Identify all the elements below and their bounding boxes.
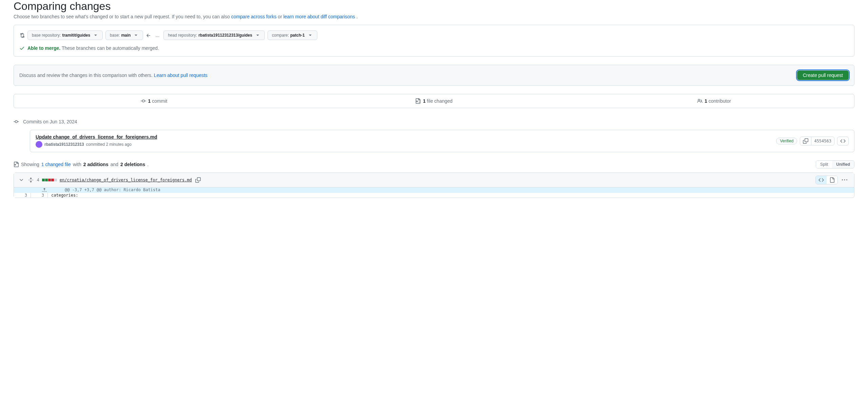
- arrow-left-icon: [146, 32, 151, 38]
- stats-bar: 1 commit 1 file changed 1 contributor: [14, 94, 854, 108]
- commits-date-text: Commits on Jun 13, 2024: [23, 119, 77, 124]
- showing-text: Showing: [21, 162, 39, 167]
- files-label: file changed: [426, 98, 452, 104]
- sha-link[interactable]: 4554563: [811, 137, 834, 145]
- diff-square-add: [42, 179, 45, 181]
- chevron-down-icon: [19, 177, 24, 183]
- copy-icon: [803, 138, 808, 144]
- commits-label: commit: [151, 98, 167, 104]
- commit-time: committed 2 minutes ago: [86, 142, 132, 147]
- commit-icon: [14, 119, 19, 124]
- learn-pr-link[interactable]: Learn about pull requests: [154, 73, 208, 78]
- and-text: and: [111, 162, 118, 167]
- caret-down-icon: [93, 33, 98, 38]
- file-icon: [829, 177, 835, 183]
- file-diff: 4 en/croatia/change_of_drivers_license_f…: [14, 173, 854, 198]
- contributors-count: 1: [705, 98, 707, 104]
- unified-view-button[interactable]: Unified: [832, 161, 854, 168]
- diff-content: @@ -3,7 +3,7 @@ author: Ricardo Batista …: [14, 187, 854, 198]
- base-repo-value: tramitit/guides: [62, 33, 90, 38]
- learn-more-link[interactable]: learn more about diff comparisons: [283, 14, 355, 19]
- file-path[interactable]: en/croatia/change_of_drivers_license_for…: [60, 178, 192, 182]
- copy-path-button[interactable]: [195, 177, 201, 183]
- split-view-button[interactable]: Split: [816, 161, 832, 168]
- sha-group: 4554563: [800, 137, 834, 145]
- check-icon: [19, 45, 25, 51]
- file-diff-icon: [415, 98, 421, 104]
- merge-status: Able to merge. These branches can be aut…: [19, 45, 849, 51]
- expand-up-button[interactable]: [27, 187, 61, 193]
- caret-down-icon: [255, 33, 260, 38]
- diff-view-toggle: [815, 176, 838, 184]
- line-content: categories:: [48, 193, 854, 198]
- avatar[interactable]: [36, 141, 42, 148]
- page-subtitle: Choose two branches to see what's change…: [14, 14, 854, 19]
- fold-up-icon: [42, 187, 47, 193]
- base-repo-selector[interactable]: base repository: tramitit/guides: [27, 31, 103, 40]
- diff-square-add: [45, 179, 48, 181]
- hunk-header: @@ -3,7 +3,7 @@ author: Ricardo Batista: [14, 187, 854, 193]
- expand-all-button[interactable]: [27, 177, 34, 183]
- rich-diff-button[interactable]: [827, 176, 837, 184]
- file-diff-icon: [14, 162, 19, 167]
- contributors-stat[interactable]: 1 contributor: [574, 94, 854, 108]
- compare-label: compare:: [272, 33, 289, 38]
- file-header-left: 4 en/croatia/change_of_drivers_license_f…: [18, 177, 201, 183]
- head-repo-selector[interactable]: head repository: rbatista19112312313/gui…: [163, 31, 265, 40]
- files-stat[interactable]: 1 file changed: [294, 94, 574, 108]
- copy-icon: [195, 177, 201, 183]
- page-title: Comparing changes: [14, 0, 854, 13]
- caret-down-icon: [133, 33, 139, 38]
- commit-title[interactable]: Update change_of_drivers_license_for_for…: [36, 134, 157, 140]
- file-menu-button[interactable]: [839, 176, 850, 184]
- people-icon: [697, 98, 703, 104]
- diff-summary: Showing 1 changed file with 2 additions …: [14, 160, 854, 168]
- diff-square-del: [51, 179, 54, 181]
- file-header-right: [815, 176, 850, 184]
- commit-actions: Verified 4554563: [776, 137, 849, 145]
- head-repo-value: rbatista19112312313/guides: [198, 33, 252, 38]
- diff-line: 3 3 categories:: [14, 193, 854, 198]
- branch-selectors: base repository: tramitit/guides base: m…: [19, 31, 849, 40]
- compare-branch-selector[interactable]: compare: patch-1: [268, 31, 317, 40]
- verified-badge[interactable]: Verified: [776, 138, 797, 144]
- view-code-button[interactable]: [837, 137, 849, 145]
- discuss-box: Discuss and review the changes in this c…: [14, 65, 854, 86]
- compare-across-forks-link[interactable]: compare across forks: [231, 14, 277, 19]
- line-num-old[interactable]: 3: [14, 193, 31, 198]
- merge-able-text: Able to merge.: [27, 45, 60, 51]
- source-diff-button[interactable]: [816, 176, 827, 184]
- discuss-text-content: Discuss and review the changes in this c…: [19, 73, 154, 78]
- create-pull-request-button[interactable]: Create pull request: [797, 71, 849, 80]
- compare-box: base repository: tramitit/guides base: m…: [14, 25, 854, 57]
- ellipsis: ...: [154, 33, 161, 38]
- compare-value: patch-1: [290, 33, 305, 38]
- commit-icon: [141, 98, 146, 104]
- code-icon: [818, 177, 824, 183]
- git-compare-icon: [19, 33, 25, 38]
- kebab-icon: [842, 177, 847, 183]
- subtitle-mid: or: [278, 14, 283, 19]
- diff-square-del: [48, 179, 51, 181]
- diff-count: 4: [37, 178, 39, 182]
- copy-sha-button[interactable]: [800, 137, 811, 145]
- diff-squares: [42, 179, 57, 181]
- base-repo-label: base repository:: [32, 33, 61, 38]
- deletions-text: 2 deletions: [120, 162, 145, 167]
- collapse-file-button[interactable]: [18, 177, 25, 183]
- subtitle-text: Choose two branches to see what's change…: [14, 14, 231, 19]
- view-toggle: Split Unified: [816, 160, 854, 168]
- base-value: main: [121, 33, 131, 38]
- changed-file-link[interactable]: 1 changed file: [41, 162, 71, 167]
- diff-summary-left: Showing 1 changed file with 2 additions …: [14, 162, 149, 167]
- additions-text: 2 additions: [83, 162, 108, 167]
- base-branch-selector[interactable]: base: main: [105, 31, 143, 40]
- period-text: .: [147, 162, 149, 167]
- commit-meta: rbatista19112312313 committed 2 minutes …: [36, 141, 157, 148]
- line-num-new[interactable]: 3: [31, 193, 48, 198]
- commit-author-link[interactable]: rbatista19112312313: [44, 142, 84, 147]
- unfold-icon: [28, 177, 34, 183]
- with-text: with: [73, 162, 81, 167]
- commits-stat[interactable]: 1 commit: [14, 94, 294, 108]
- hunk-text: @@ -3,7 +3,7 @@ author: Ricardo Batista: [61, 187, 160, 193]
